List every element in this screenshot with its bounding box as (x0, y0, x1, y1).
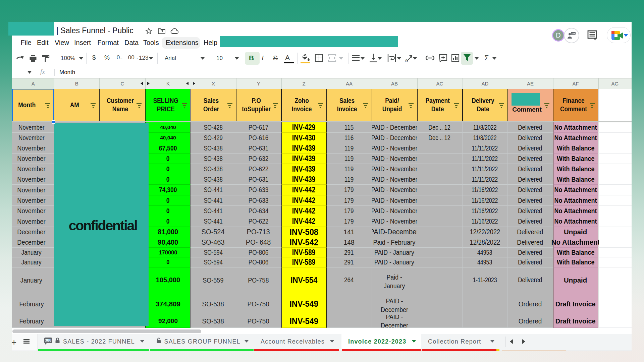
svg-text:A: A (405, 58, 408, 62)
